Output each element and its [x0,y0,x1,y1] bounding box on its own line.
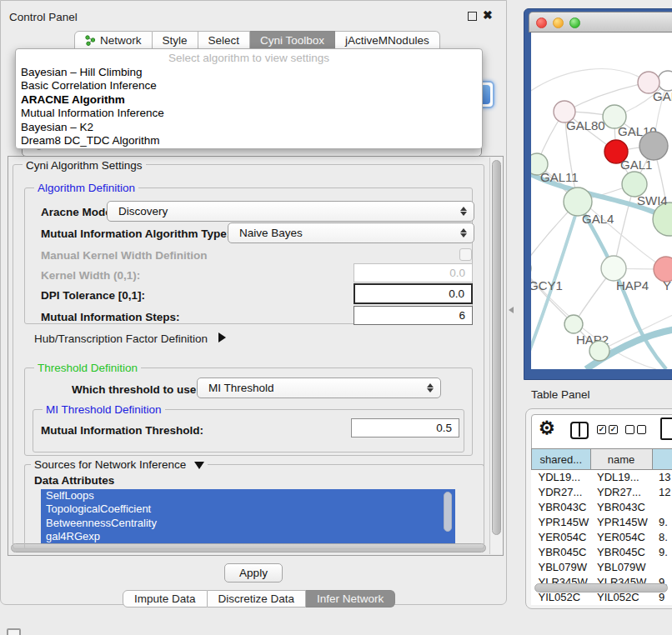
vertical-scrollbar-thumb[interactable] [492,160,501,535]
network-node-hap2[interactable] [564,315,583,333]
collapsed-arrow-icon[interactable] [218,332,226,342]
attribute-list-item[interactable]: SelfLoops [41,489,455,502]
manual-kernel-checkbox[interactable] [459,248,472,261]
table-cell[interactable]: YDR27... [590,485,652,500]
table-cell[interactable]: YPR145W [590,515,652,530]
network-window-titlebar[interactable] [529,12,672,32]
column-header-cut[interactable] [652,449,672,470]
aracne-mode-combo[interactable]: Discovery [107,201,474,222]
tab-infer-network[interactable]: Infer Network [306,590,395,608]
mi-type-combo[interactable]: Naive Bayes [228,222,474,243]
table-cell[interactable]: YER054C [532,530,591,545]
screen: { "window": { "title": "Control Panel" }… [0,0,672,635]
select-all-checkbox-icon[interactable]: ✓ [597,425,606,434]
network-edge[interactable] [531,69,649,93]
tab-network[interactable]: Network [74,31,153,49]
minimize-traffic-light-icon[interactable] [553,18,564,28]
network-node-gal1[interactable] [639,132,668,160]
algorithm-option[interactable]: Mutual Information Inference [16,107,482,120]
hub-section-toggle[interactable]: Hub/Transcription Factor Definition [34,332,226,345]
attribute-list-item[interactable]: BetweennessCentrality [41,517,455,530]
table-cell[interactable]: YDR27... [532,485,591,500]
apply-button[interactable]: Apply [224,563,283,582]
which-threshold-label: Which threshold to use: [72,383,200,396]
kernel-width-label: Kernel Width (0,1): [41,269,140,282]
zoom-traffic-light-icon[interactable] [569,18,580,28]
node-label: GAL11 [540,170,579,184]
close-traffic-light-icon[interactable] [536,18,547,28]
table-cell[interactable]: YDL19... [590,470,652,485]
table-row[interactable]: YBR043CYBR043C [532,500,672,515]
network-node-hap4[interactable] [601,256,626,281]
list-scrollbar-thumb[interactable] [444,492,452,532]
document-icon[interactable] [660,418,672,440]
corner-widget-icon[interactable] [7,628,21,635]
node-attribute-table[interactable]: shared...name YDL19...YDL19...13YDR27...… [531,448,672,605]
table-cell[interactable]: 9. [652,515,672,530]
sources-title-text: Sources for Network Inference [34,458,186,471]
table-row[interactable]: YDR27...YDR27...12 [532,485,672,500]
aracne-mode-label: Aracne Mode: [41,206,115,218]
algorithm-option[interactable]: Basic Correlation Inference [16,79,482,92]
table-cell[interactable]: YBR043C [532,500,591,515]
attribute-list-item[interactable]: gal4RGexp [41,530,455,543]
table-row[interactable]: YDL19...YDL19...13 [532,470,672,485]
deselect-all-checkbox-icon[interactable] [637,425,646,434]
table-row[interactable]: YPR145WYPR145W9. [532,515,672,530]
dpi-tolerance-field[interactable]: 0.0 [354,283,473,304]
mi-steps-label: Mutual Information Steps: [41,311,180,323]
column-layout-icon[interactable] [570,422,589,439]
algorithm-option[interactable]: Bayesian – K2 [16,121,482,134]
network-edge[interactable] [531,268,574,324]
sources-group-title[interactable]: Sources for Network Inference [31,458,208,471]
column-header-name[interactable]: name [590,449,652,470]
table-cell[interactable] [652,500,672,515]
network-edge[interactable] [564,82,649,112]
tab-jactivemnodules[interactable]: jActiveMNodules [335,31,440,49]
tab-impute-data[interactable]: Impute Data [123,590,208,608]
tab-select[interactable]: Select [198,31,251,49]
network-node-swi4[interactable] [653,202,672,236]
table-cell[interactable]: 13 [652,470,672,485]
table-cell[interactable] [652,560,672,575]
network-node[interactable] [589,341,609,361]
splitpane-grip-icon[interactable] [509,307,514,313]
which-threshold-combo[interactable]: MI Threshold [197,378,441,398]
table-row[interactable]: YER054CYER054C8. [532,530,672,545]
table-cell[interactable]: YPR145W [532,515,591,530]
attribute-list-item[interactable]: TopologicalCoefficient [41,502,455,516]
table-row[interactable]: YBR045CYBR045C9. [532,545,672,560]
network-canvas[interactable]: GALGAL80GAL10GAL1GAL11GAL4SWI4GCY1HAP4YH… [531,32,672,369]
table-cell[interactable]: YBL079W [590,560,652,575]
expanded-arrow-icon[interactable] [194,462,204,469]
table-cell[interactable]: YBL079W [532,560,591,575]
algorithm-option[interactable]: ARACNE Algorithm [16,93,482,107]
control-panel: Control Panel ✖ NetworkStyleSelectCyni T… [0,0,507,605]
data-attributes-list[interactable]: SelfLoopsTopologicalCoefficientBetweenne… [41,489,455,543]
table-row[interactable]: YBL079WYBL079W [532,560,672,575]
tab-discretize-data[interactable]: Discretize Data [208,590,307,608]
table-cell[interactable]: 9. [652,545,672,560]
table-cell[interactable]: 8. [652,530,672,545]
mi-threshold-field[interactable]: 0.5 [351,418,459,438]
gear-icon[interactable]: ⚙ [539,418,555,439]
aracne-mode-value: Discovery [118,205,168,218]
kernel-width-field[interactable]: 0.0 [354,263,473,282]
algorithm-option[interactable]: Dream8 DC_TDC Algorithm [16,134,482,148]
deselect-all-checkbox-icon[interactable] [625,425,634,434]
algorithm-option[interactable]: Bayesian – Hill Climbing [16,66,482,79]
table-cell[interactable]: YER054C [590,530,652,545]
table-cell[interactable]: YBR045C [590,545,652,560]
table-cell[interactable]: 12 [652,485,672,500]
close-icon[interactable]: ✖ [483,8,493,22]
table-cell[interactable]: YBR045C [532,545,591,560]
table-cell[interactable]: YDL19... [532,470,591,485]
table-cell[interactable]: YBR043C [590,500,652,515]
table-hscrollbar-thumb[interactable] [534,583,668,592]
column-header-shared...[interactable]: shared... [532,449,591,470]
tab-style[interactable]: Style [153,31,198,49]
float-window-icon[interactable] [468,12,477,21]
select-all-checkbox-icon[interactable]: ✓ [609,425,618,434]
mi-steps-field[interactable]: 6 [354,306,473,325]
tab-cyni-toolbox[interactable]: Cyni Toolbox [250,31,335,49]
